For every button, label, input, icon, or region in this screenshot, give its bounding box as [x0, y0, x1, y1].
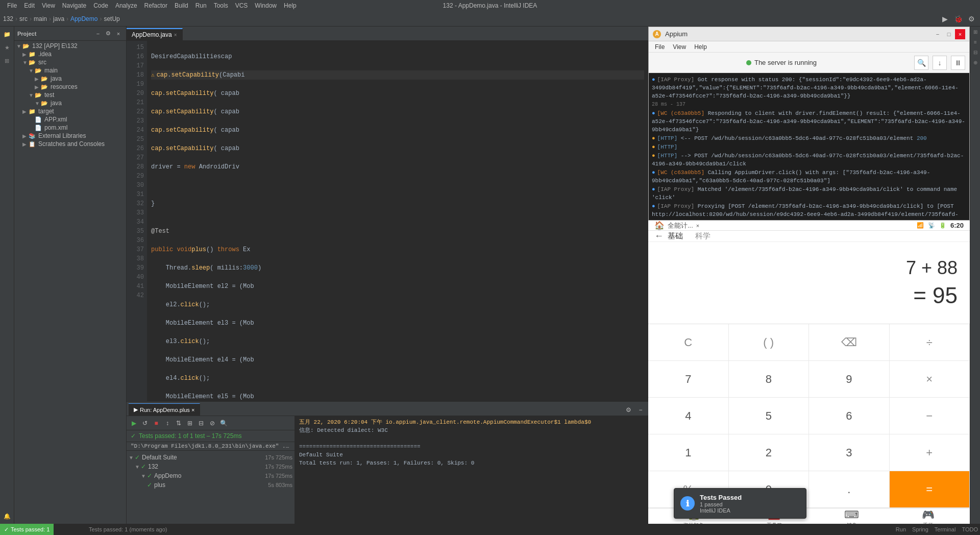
run-tree-appdemo[interactable]: ▼ ✓ AppDemo 17s 725ms — [127, 471, 295, 480]
rerun-btn[interactable]: ↺ — [140, 418, 150, 428]
menu-code[interactable]: Code — [90, 1, 111, 10]
calc-btn-7[interactable]: 7 — [648, 361, 729, 398]
calc-btn-6[interactable]: 6 — [809, 398, 890, 434]
stop-btn[interactable]: ■ — [151, 418, 161, 428]
expand-btn[interactable]: ⊞ — [185, 418, 195, 428]
run-tree-plus[interactable]: ✓ plus 5s 803ms — [127, 480, 295, 490]
settings-button[interactable]: ⚙ — [966, 13, 977, 25]
filter-btn[interactable]: ⊘ — [207, 418, 217, 428]
right-btn-2[interactable]: ≡ — [970, 37, 980, 47]
appium-pause-btn[interactable]: ⏸ — [951, 56, 965, 70]
tree-item-idea[interactable]: ▶ 📁 .idea — [14, 50, 126, 58]
menu-run[interactable]: Run — [192, 1, 210, 10]
tree-item-test[interactable]: ▼ 📂 test — [14, 91, 126, 99]
appium-menu-help[interactable]: Help — [690, 42, 711, 52]
tree-item-java2[interactable]: ▼ 📂 java — [14, 99, 126, 107]
menu-tools[interactable]: Tools — [211, 1, 231, 10]
calc-btn-divide[interactable]: ÷ — [890, 324, 970, 361]
calc-btn-minus[interactable]: − — [890, 398, 970, 434]
tree-item-extlibs[interactable]: ▶ 📚 External Libraries — [14, 132, 126, 140]
calc-btn-paren[interactable]: ( ) — [729, 324, 810, 361]
terminal-tab-status[interactable]: Terminal — [935, 526, 956, 532]
bottom-settings-btn[interactable]: ⚙ — [623, 404, 634, 416]
sidebar-settings-btn[interactable]: ⚙ — [104, 29, 113, 38]
run-output-panel[interactable]: 五月 22, 2020 6:20:04 下午 io.appium.java_cl… — [295, 416, 648, 524]
device-close-btn[interactable]: × — [696, 223, 699, 229]
breadcrumb-part-0: 132 — [3, 15, 13, 22]
log-entry-3: ●[WC (c63a0bb5] Responding to client wit… — [652, 109, 966, 134]
device-nav-keyboard[interactable]: ⌨ 键盘 — [844, 508, 859, 524]
favorites-btn[interactable]: ★ — [2, 42, 13, 53]
menu-view[interactable]: View — [39, 1, 58, 10]
calc-btn-1[interactable]: 1 — [648, 434, 729, 471]
appium-maximize-btn[interactable]: □ — [944, 29, 954, 39]
search-run-btn[interactable]: 🔍 — [218, 418, 229, 428]
menu-file[interactable]: File — [4, 1, 20, 10]
run-btn[interactable]: ▶ — [129, 418, 139, 428]
right-btn-4[interactable]: ⊕ — [970, 57, 980, 67]
right-btn-3[interactable]: ⊟ — [970, 47, 980, 57]
menu-refactor[interactable]: Refactor — [141, 1, 170, 10]
code-editor[interactable]: 1516171819 2021222324 2526272829 3031323… — [127, 41, 648, 401]
code-content[interactable]: DesiredCapabilities cap ⚠cap.setCapabili… — [147, 41, 648, 401]
run-tab-status[interactable]: Run — [896, 526, 906, 532]
calc-btn-dot[interactable]: . — [809, 471, 890, 508]
calc-btn-equals[interactable]: = — [890, 471, 970, 508]
menu-navigate[interactable]: Navigate — [59, 1, 89, 10]
appium-minimize-btn[interactable]: − — [933, 29, 943, 39]
tree-item-scratches[interactable]: ▶ 📋 Scratches and Consoles — [14, 140, 126, 148]
spring-tab-status[interactable]: Spring — [912, 526, 928, 532]
appium-menu-file[interactable]: File — [651, 42, 669, 52]
device-back-btn[interactable]: ← — [654, 231, 664, 241]
tree-item-target[interactable]: ▶ 📁 target — [14, 107, 126, 115]
sidebar-collapse-btn[interactable]: − — [93, 29, 103, 38]
collapse-btn[interactable]: ⊟ — [196, 418, 206, 428]
right-btn-1[interactable]: ⊞ — [970, 27, 980, 37]
menu-analyze[interactable]: Analyze — [112, 1, 140, 10]
run-tree-suite[interactable]: ▼ ✓ Default Suite 17s 725ms — [127, 453, 295, 462]
appium-menu-view[interactable]: View — [669, 42, 690, 52]
sort2-btn[interactable]: ⇅ — [174, 418, 184, 428]
bottom-minimize-btn[interactable]: − — [635, 404, 646, 416]
tree-item-src[interactable]: ▼ 📂 src — [14, 58, 126, 66]
structure-btn[interactable]: ⊞ — [2, 55, 13, 66]
menu-build[interactable]: Build — [172, 1, 191, 10]
appium-download-btn[interactable]: ↓ — [933, 56, 947, 70]
run-button[interactable]: ▶ — [939, 13, 950, 25]
menu-help[interactable]: Help — [281, 1, 300, 10]
debug-button[interactable]: 🐞 — [952, 13, 964, 25]
calc-btn-2[interactable]: 2 — [729, 434, 810, 471]
appium-search-btn[interactable]: 🔍 — [914, 56, 928, 70]
run-tree-132[interactable]: ▼ ✓ 132 17s 725ms — [127, 462, 295, 471]
menu-edit[interactable]: Edit — [21, 1, 38, 10]
menu-vcs[interactable]: VCS — [232, 1, 251, 10]
appium-log[interactable]: ●[IAP Proxy] Got response with status 20… — [649, 73, 969, 220]
editor-tab-appdemo[interactable]: AppDemo.java × — [127, 28, 183, 40]
tree-item-main[interactable]: ▼ 📂 main — [14, 66, 126, 75]
calc-btn-9[interactable]: 9 — [809, 361, 890, 398]
bottom-tab-run[interactable]: ▶ Run: AppDemo.plus × — [129, 403, 200, 416]
tree-item-root[interactable]: ▼ 📂 132 [APP] E\132 — [14, 42, 126, 50]
calc-btn-backspace[interactable]: ⌫ — [809, 324, 890, 361]
menu-window[interactable]: Window — [252, 1, 280, 10]
calc-btn-c[interactable]: C — [648, 324, 729, 361]
calc-btn-4[interactable]: 4 — [648, 398, 729, 434]
tree-item-java1[interactable]: ▶ 📂 java — [14, 75, 126, 83]
appium-close-btn[interactable]: × — [955, 29, 965, 39]
sidebar-close-btn[interactable]: × — [114, 29, 123, 38]
editor-tab-close[interactable]: × — [174, 32, 177, 38]
sort-btn[interactable]: ↕ — [162, 418, 173, 428]
calc-btn-8[interactable]: 8 — [729, 361, 810, 398]
tree-item-appxml[interactable]: 📄 APP.xml — [14, 115, 126, 124]
project-btn[interactable]: 📁 — [2, 29, 13, 40]
device-nav-gamepad[interactable]: 🎮 手柄 — [922, 508, 935, 524]
tree-item-pom[interactable]: 📄 pom.xml — [14, 124, 126, 132]
todo-tab-status[interactable]: TODO — [962, 526, 978, 532]
tree-item-resources[interactable]: ▶ 📂 resources — [14, 83, 126, 91]
calc-btn-5[interactable]: 5 — [729, 398, 810, 434]
bottom-panel: ▶ Run: AppDemo.plus × ⚙ − ▶ ↺ ■ — [127, 401, 648, 524]
calc-btn-plus[interactable]: + — [890, 434, 970, 471]
calc-btn-3[interactable]: 3 — [809, 434, 890, 471]
calc-btn-multiply[interactable]: × — [890, 361, 970, 398]
event-log-btn[interactable]: 🔔 — [2, 510, 13, 522]
